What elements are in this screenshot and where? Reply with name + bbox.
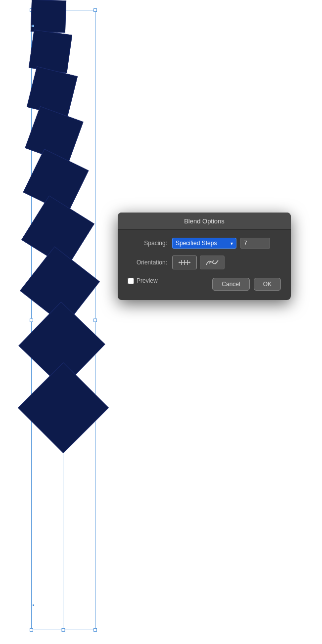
spacing-row: Spacing: Specified Steps ▾ (128, 238, 281, 249)
svg-line-7 (212, 260, 214, 262)
canvas-area: Blend Options Spacing: Specified Steps ▾… (0, 0, 322, 644)
anchor-point-top (32, 25, 34, 27)
orientation-align-to-path-button[interactable] (200, 256, 225, 269)
handle-bot-center[interactable] (62, 628, 65, 632)
dropdown-arrow-icon: ▾ (230, 241, 233, 246)
dialog-buttons: Cancel OK (212, 278, 281, 291)
preview-and-buttons-row: Preview Cancel OK (128, 277, 281, 291)
spacing-label: Spacing: (128, 240, 167, 247)
svg-marker-4 (179, 261, 180, 263)
blend-shape-2 (29, 30, 72, 73)
spacing-dropdown[interactable]: Specified Steps ▾ (172, 238, 236, 249)
ok-button[interactable]: OK (254, 278, 281, 291)
orient-page-icon (178, 258, 191, 267)
handle-bot-right[interactable] (93, 628, 97, 632)
anchor-point-bottom (32, 604, 35, 606)
orientation-label: Orientation: (128, 259, 167, 266)
blend-options-dialog: Blend Options Spacing: Specified Steps ▾… (118, 213, 291, 300)
dialog-titlebar: Blend Options (118, 213, 291, 230)
preview-checkbox[interactable] (128, 278, 134, 284)
handle-bot-left[interactable] (30, 628, 33, 632)
orientation-align-to-page-button[interactable] (172, 256, 197, 269)
dialog-body: Spacing: Specified Steps ▾ Orientation: (118, 230, 291, 300)
blend-shape-1[interactable] (31, 0, 66, 33)
dialog-title: Blend Options (184, 217, 225, 225)
blend-shape-3 (27, 66, 78, 117)
svg-marker-5 (189, 261, 190, 263)
orientation-row: Orientation: (128, 256, 281, 269)
svg-line-6 (209, 261, 211, 263)
orient-path-icon (205, 258, 219, 267)
preview-row: Preview (128, 277, 158, 284)
spacing-value-input[interactable] (240, 238, 270, 249)
blend-shape-9[interactable] (18, 362, 109, 453)
cancel-button[interactable]: Cancel (212, 278, 249, 291)
preview-label: Preview (137, 277, 158, 284)
spacing-option-text: Specified Steps (176, 240, 217, 247)
